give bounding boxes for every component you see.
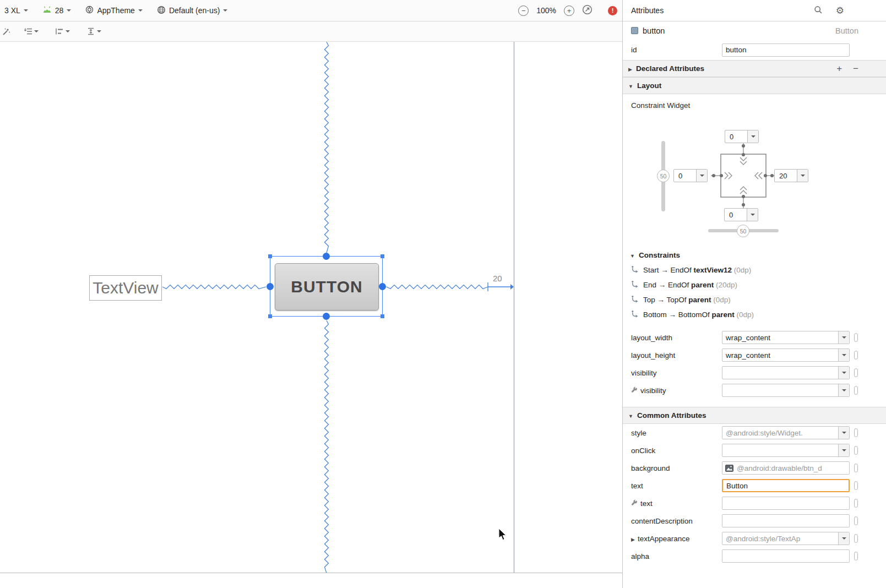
margin-end-dropdown[interactable]: 20 xyxy=(774,169,808,182)
chevron-down-icon[interactable] xyxy=(838,532,849,545)
theme-selector[interactable]: AppTheme xyxy=(85,6,142,15)
constraint-widget-label: Constraint Widget xyxy=(623,94,886,112)
chevron-down-icon[interactable] xyxy=(838,367,849,379)
magic-wand-button[interactable] xyxy=(2,28,10,36)
margin-start-value: 0 xyxy=(674,170,696,182)
constraint-margin: (20dp) xyxy=(714,281,737,289)
constraints-header[interactable]: Constraints xyxy=(623,248,886,263)
attr-row-layout-height: layout_height wrap_content xyxy=(623,346,886,364)
content-description-input[interactable] xyxy=(722,514,850,527)
constraint-anchor-bottom[interactable] xyxy=(323,313,330,320)
text-appearance-dropdown[interactable]: @android:style/TextAp xyxy=(722,532,850,545)
attr-flag-toggle[interactable] xyxy=(854,386,858,395)
constraint-margin: (0dp) xyxy=(711,296,731,304)
constraint-target: parent xyxy=(712,311,735,319)
gear-icon[interactable]: ⚙ xyxy=(836,6,844,15)
horizontal-bias-value[interactable]: 50 xyxy=(737,225,749,237)
chevron-down-icon[interactable] xyxy=(838,444,849,456)
attr-label: textAppearance xyxy=(631,535,722,543)
constraint-spring-top xyxy=(325,42,329,253)
margin-top-dropdown[interactable]: 0 xyxy=(725,130,759,143)
resize-handle-bottom-right[interactable] xyxy=(381,314,384,318)
section-common-attributes[interactable]: Common Attributes xyxy=(623,407,886,424)
attr-label: text xyxy=(631,482,722,490)
zoom-in-button[interactable]: + xyxy=(564,6,574,16)
attr-flag-toggle[interactable] xyxy=(854,464,858,472)
chevron-down-icon[interactable] xyxy=(696,170,707,182)
margin-end-value: 20 xyxy=(775,170,797,182)
attr-flag-toggle[interactable] xyxy=(854,499,858,508)
constraint-item[interactable]: Start → EndOf textView12 (0dp) xyxy=(623,263,886,277)
constraint-item[interactable]: Bottom → BottomOf parent (0dp) xyxy=(623,307,886,322)
component-row[interactable]: button Button xyxy=(623,21,886,40)
text-input[interactable]: Button xyxy=(722,479,850,492)
button-component[interactable]: BUTTON xyxy=(275,263,379,311)
chevron-down-icon[interactable] xyxy=(747,209,758,221)
visibility-dropdown[interactable] xyxy=(722,366,850,379)
vertical-bias-value[interactable]: 50 xyxy=(657,170,670,182)
align-options-button[interactable] xyxy=(55,28,70,35)
remove-attribute-button[interactable]: − xyxy=(853,64,858,73)
device-selector[interactable]: 3 XL xyxy=(4,6,28,15)
chevron-down-icon[interactable] xyxy=(838,427,849,439)
expand-triangle-icon[interactable] xyxy=(631,535,635,543)
chevron-down-icon[interactable] xyxy=(797,170,808,182)
textview-component[interactable]: TextView xyxy=(89,275,162,301)
attr-flag-toggle[interactable] xyxy=(854,351,858,360)
attr-row-tools-text: text xyxy=(623,494,886,512)
layout-height-dropdown[interactable]: wrap_content xyxy=(722,349,850,362)
tools-text-input[interactable] xyxy=(722,497,850,510)
view-options-button[interactable] xyxy=(24,28,39,35)
attr-flag-toggle[interactable] xyxy=(854,534,858,543)
tools-visibility-dropdown[interactable] xyxy=(722,384,850,397)
style-dropdown[interactable]: @android:style/Widget. xyxy=(722,426,850,439)
id-input[interactable]: button xyxy=(722,43,850,57)
theme-label: AppTheme xyxy=(97,6,134,15)
attr-flag-toggle[interactable] xyxy=(854,481,858,490)
distribute-icon xyxy=(86,28,95,35)
attr-row-content-description: contentDescription xyxy=(623,512,886,530)
zoom-to-fit-icon[interactable] xyxy=(582,4,593,17)
attr-flag-toggle[interactable] xyxy=(854,516,858,525)
selection-box[interactable]: BUTTON xyxy=(270,256,383,317)
attr-flag-toggle[interactable] xyxy=(854,552,858,560)
chevron-down-icon[interactable] xyxy=(838,331,849,344)
resize-handle-top-left[interactable] xyxy=(268,254,272,258)
constraint-item[interactable]: Top → TopOf parent (0dp) xyxy=(623,292,886,307)
section-declared-attributes[interactable]: Declared Attributes + − xyxy=(623,60,886,77)
locale-selector[interactable]: Default (en-us) xyxy=(157,6,228,16)
constraint-icon xyxy=(631,310,639,319)
onclick-dropdown[interactable] xyxy=(722,444,850,457)
constraint-anchor-right[interactable] xyxy=(379,283,386,290)
chevron-down-icon[interactable] xyxy=(747,130,758,143)
api-level-selector[interactable]: 28 xyxy=(42,6,72,15)
resize-handle-bottom-left[interactable] xyxy=(268,314,272,318)
dropdown-value: wrap_content xyxy=(722,351,838,360)
resize-handle-top-right[interactable] xyxy=(381,254,384,258)
chevron-down-icon[interactable] xyxy=(838,349,849,361)
attr-label: visibility xyxy=(631,386,722,395)
render-error-indicator[interactable]: ! xyxy=(608,6,617,15)
margin-bottom-dropdown[interactable]: 0 xyxy=(724,208,758,221)
layout-width-dropdown[interactable]: wrap_content xyxy=(722,331,850,344)
constraint-anchor-left[interactable] xyxy=(267,283,274,290)
layout-canvas[interactable]: TextView BUTTON 20 xyxy=(0,42,623,573)
add-attribute-button[interactable]: + xyxy=(836,64,842,73)
field-value: Button xyxy=(723,482,849,490)
alpha-input[interactable] xyxy=(722,549,850,563)
attr-flag-toggle[interactable] xyxy=(854,368,858,377)
attr-flag-toggle[interactable] xyxy=(854,333,858,342)
chevron-down-icon[interactable] xyxy=(838,384,849,396)
background-input[interactable]: @android:drawable/btn_d xyxy=(722,461,850,475)
attr-flag-toggle[interactable] xyxy=(854,446,858,455)
margin-start-dropdown[interactable]: 0 xyxy=(673,169,708,182)
search-icon[interactable] xyxy=(814,6,823,16)
constraint-item[interactable]: End → EndOf parent (20dp) xyxy=(623,277,886,292)
wrench-icon xyxy=(631,386,638,395)
section-layout[interactable]: Layout xyxy=(623,77,886,94)
distribute-options-button[interactable] xyxy=(86,28,101,35)
view-options-icon xyxy=(24,28,32,35)
zoom-out-button[interactable]: − xyxy=(518,6,529,16)
attr-flag-toggle[interactable] xyxy=(854,428,858,437)
constraint-anchor-top[interactable] xyxy=(323,253,330,260)
